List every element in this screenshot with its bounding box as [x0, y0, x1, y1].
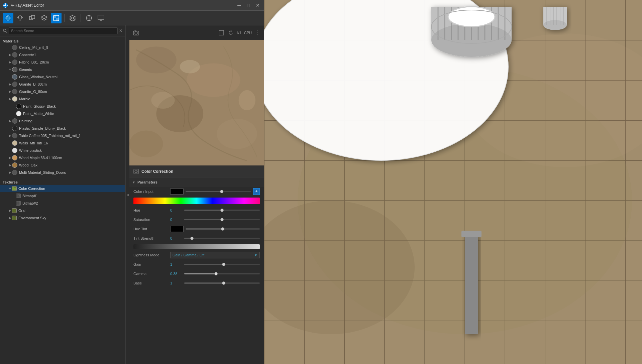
svg-rect-87: [465, 234, 478, 334]
material-item-paint-matte[interactable]: Paint_Matte_White: [0, 110, 125, 117]
lightness-mode-value: Gain / Gamma / Lift ▼: [170, 252, 260, 258]
expand-arrow: ▼: [8, 187, 12, 191]
preview-camera-btn[interactable]: [132, 29, 140, 37]
material-icon-ball: [12, 67, 17, 72]
search-clear-btn[interactable]: ✕: [119, 28, 122, 33]
material-icon-ball: [12, 82, 17, 87]
hue-number[interactable]: 0: [170, 208, 182, 212]
hue-tint-swatch[interactable]: [170, 226, 184, 232]
material-icon-ball: [12, 89, 17, 94]
3d-viewport[interactable]: [264, 0, 642, 364]
file-inner-icon: [17, 194, 20, 198]
tint-strength-value: 0: [170, 236, 260, 240]
material-item-ceiling[interactable]: Ceiling_Mtl_mtl_9: [0, 44, 125, 51]
svg-rect-88: [461, 231, 481, 237]
toolbar-material-btn[interactable]: [84, 13, 94, 23]
toolbar-geometry-btn[interactable]: [27, 13, 37, 23]
collapse-handle[interactable]: ◀: [125, 25, 129, 364]
expand-arrow: [12, 201, 16, 205]
toolbar-vray-btn[interactable]: [3, 13, 13, 23]
toolbar-light-btn[interactable]: [15, 13, 25, 23]
gain-number[interactable]: 1: [170, 262, 182, 266]
toolbar-separator-2: [81, 14, 81, 22]
lightness-gradient-bar[interactable]: [133, 244, 260, 249]
hue-rainbow-bar[interactable]: [133, 198, 260, 204]
texture-icon: [52, 14, 60, 22]
material-item-multi[interactable]: ▶ Multi Material_Sliding_Doors: [0, 169, 125, 176]
item-label: Grid: [18, 209, 25, 213]
material-item-granite-g[interactable]: ▶ Granite_G_80cm: [0, 88, 125, 95]
tint-strength-slider[interactable]: [184, 238, 260, 239]
gamma-value: 0.38: [170, 272, 260, 276]
material-item-paint-glossy[interactable]: Paint_Glossy_Black: [0, 103, 125, 110]
texture-file-icon: [16, 194, 21, 198]
item-label: Marble: [19, 97, 30, 101]
dropdown-arrow-icon: ▼: [254, 253, 257, 257]
texture-item-color-correction[interactable]: ▼ Color Correction: [0, 185, 125, 192]
color-input-slider[interactable]: [186, 191, 251, 192]
toolbar-render-btn[interactable]: [96, 13, 106, 23]
toolbar-layers-btn[interactable]: [39, 13, 49, 23]
saturation-slider[interactable]: [184, 219, 260, 220]
expand-arrow: ▶: [8, 216, 12, 220]
svg-rect-17: [31, 15, 35, 19]
base-number[interactable]: 1: [170, 281, 182, 285]
minimize-button[interactable]: ─: [236, 2, 242, 9]
lightness-mode-label: Lightness Mode: [133, 253, 170, 257]
preview-square-btn[interactable]: [217, 29, 225, 37]
item-label: Plastic_Simple_Blurry_Black: [19, 126, 66, 130]
expand-arrow: [12, 194, 16, 198]
material-item-wood-oak[interactable]: ▶ Wood_Oak: [0, 161, 125, 169]
material-item-marble[interactable]: ▶ Marble: [0, 95, 125, 103]
preview-refresh-btn[interactable]: [227, 29, 235, 37]
texture-item-grid[interactable]: ▶ Grid: [0, 207, 125, 214]
item-label: Concrete1: [19, 53, 36, 57]
color-map-btn[interactable]: [253, 188, 260, 195]
material-item-generic[interactable]: ▼ Generic: [0, 66, 125, 73]
gain-slider[interactable]: [184, 264, 260, 265]
material-item-concrete[interactable]: ▶ Concrete1: [0, 51, 125, 58]
saturation-number[interactable]: 0: [170, 218, 182, 222]
maximize-button[interactable]: □: [245, 2, 252, 9]
material-item-table-coffee[interactable]: ▶ Table Coffee 005_Tabletop_mtl_mtl_1: [0, 132, 125, 139]
search-input[interactable]: [9, 27, 118, 34]
close-button[interactable]: ✕: [254, 2, 261, 9]
tint-strength-number[interactable]: 0: [170, 236, 182, 240]
preview-menu-btn[interactable]: ⋮: [253, 29, 261, 37]
texture-item-env-sky[interactable]: ▶ Environment Sky: [0, 214, 125, 222]
material-icon-ball: [16, 104, 21, 109]
texture-item-bitmap1[interactable]: Bitmap#1: [0, 192, 125, 200]
material-icon: [85, 14, 93, 22]
gamma-number[interactable]: 0.38: [170, 272, 182, 276]
color-input-swatch[interactable]: [170, 189, 184, 195]
lightness-mode-dropdown[interactable]: Gain / Gamma / Lift ▼: [170, 252, 260, 258]
toolbar-texture-btn[interactable]: [51, 13, 62, 23]
refresh-icon: [228, 30, 233, 35]
material-item-wood-maple[interactable]: ▶ Wood Maple 33-41 100cm: [0, 154, 125, 161]
material-item-granite-b[interactable]: ▶ Granite_B_80cm: [0, 81, 125, 88]
expand-arrow: ▶: [8, 209, 12, 213]
section-title: Parameters: [137, 180, 157, 184]
material-item-fabric[interactable]: ▶ Fabric_B01_20cm: [0, 58, 125, 66]
item-label: Wood_Oak: [19, 163, 37, 167]
parameters-section-header[interactable]: ▼ Parameters: [129, 177, 264, 187]
base-slider[interactable]: [184, 282, 260, 284]
material-item-plastic[interactable]: Plastic_Simple_Blurry_Black: [0, 125, 125, 132]
gamma-slider[interactable]: [184, 273, 260, 274]
texture-item-bitmap2[interactable]: Bitmap#2: [0, 200, 125, 207]
folder-inner-icon: [12, 209, 16, 213]
material-item-painting[interactable]: ▶ Painting: [0, 117, 125, 125]
material-item-white-plastick[interactable]: White plastick: [0, 147, 125, 154]
preview-toolbar: 1/1 CPU ⋮: [129, 25, 264, 40]
lightness-mode-text: Gain / Gamma / Lift: [173, 253, 204, 257]
material-icon-ball: [12, 74, 17, 80]
parameters-section: ▼ Parameters Color / Input: [129, 177, 264, 288]
geometry-icon: [28, 14, 36, 22]
hue-slider[interactable]: [184, 210, 260, 211]
item-label: Walls_Mtl_mtl_16: [19, 141, 48, 145]
material-item-glass[interactable]: Glass_Window_Neutral: [0, 73, 125, 81]
hue-tint-slider[interactable]: [186, 228, 260, 230]
toolbar-settings-btn[interactable]: [67, 13, 78, 23]
material-item-walls[interactable]: Walls_Mtl_mtl_16: [0, 139, 125, 147]
expand-arrow: [8, 141, 12, 145]
